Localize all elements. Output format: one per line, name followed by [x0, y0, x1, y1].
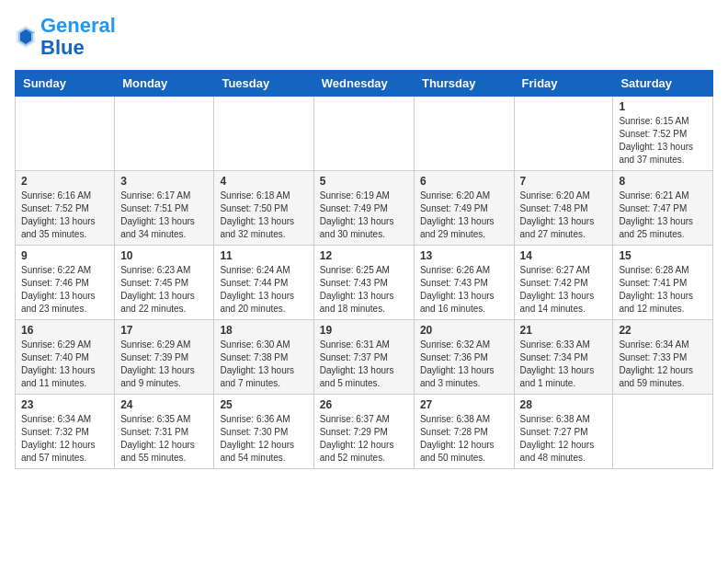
- calendar-cell: [313, 97, 414, 171]
- calendar-cell: 25Sunrise: 6:36 AM Sunset: 7:30 PM Dayli…: [214, 395, 313, 469]
- day-info: Sunrise: 6:31 AM Sunset: 7:37 PM Dayligh…: [320, 339, 408, 390]
- day-info: Sunrise: 6:38 AM Sunset: 7:27 PM Dayligh…: [520, 413, 608, 465]
- calendar-cell: 24Sunrise: 6:35 AM Sunset: 7:31 PM Dayli…: [115, 395, 214, 469]
- calendar-cell: [16, 97, 115, 171]
- day-info: Sunrise: 6:32 AM Sunset: 7:36 PM Dayligh…: [420, 339, 508, 390]
- day-info: Sunrise: 6:29 AM Sunset: 7:40 PM Dayligh…: [21, 339, 108, 390]
- day-number: 20: [420, 324, 508, 337]
- calendar-cell: 1Sunrise: 6:15 AM Sunset: 7:52 PM Daylig…: [613, 97, 713, 171]
- calendar-week-row: 16Sunrise: 6:29 AM Sunset: 7:40 PM Dayli…: [16, 320, 713, 395]
- day-info: Sunrise: 6:33 AM Sunset: 7:34 PM Dayligh…: [520, 339, 608, 390]
- day-info: Sunrise: 6:19 AM Sunset: 7:49 PM Dayligh…: [320, 190, 408, 241]
- day-info: Sunrise: 6:30 AM Sunset: 7:38 PM Dayligh…: [220, 339, 307, 390]
- calendar-week-row: 1Sunrise: 6:15 AM Sunset: 7:52 PM Daylig…: [16, 97, 713, 171]
- calendar-cell: [613, 395, 713, 469]
- calendar-cell: [214, 97, 313, 171]
- weekday-header-saturday: Saturday: [613, 71, 713, 97]
- day-info: Sunrise: 6:21 AM Sunset: 7:47 PM Dayligh…: [619, 190, 707, 241]
- calendar-cell: 6Sunrise: 6:20 AM Sunset: 7:49 PM Daylig…: [414, 171, 514, 246]
- calendar-cell: 15Sunrise: 6:28 AM Sunset: 7:41 PM Dayli…: [613, 246, 713, 320]
- calendar-cell: 22Sunrise: 6:34 AM Sunset: 7:33 PM Dayli…: [613, 320, 713, 395]
- calendar-cell: [414, 97, 514, 171]
- day-number: 22: [619, 324, 707, 337]
- weekday-header-monday: Monday: [115, 71, 214, 97]
- calendar-cell: 18Sunrise: 6:30 AM Sunset: 7:38 PM Dayli…: [214, 320, 313, 395]
- day-number: 25: [220, 398, 307, 411]
- calendar-cell: 7Sunrise: 6:20 AM Sunset: 7:48 PM Daylig…: [514, 171, 613, 246]
- day-info: Sunrise: 6:15 AM Sunset: 7:52 PM Dayligh…: [619, 115, 707, 167]
- day-info: Sunrise: 6:23 AM Sunset: 7:45 PM Dayligh…: [120, 264, 208, 316]
- logo-text: General Blue: [40, 15, 116, 59]
- calendar-cell: 8Sunrise: 6:21 AM Sunset: 7:47 PM Daylig…: [613, 171, 713, 246]
- weekday-header-tuesday: Tuesday: [214, 71, 313, 97]
- day-info: Sunrise: 6:16 AM Sunset: 7:52 PM Dayligh…: [21, 190, 108, 241]
- day-number: 9: [21, 249, 108, 262]
- day-info: Sunrise: 6:20 AM Sunset: 7:49 PM Dayligh…: [420, 190, 508, 241]
- day-number: 8: [619, 175, 707, 188]
- day-number: 12: [320, 249, 408, 262]
- calendar-cell: [514, 97, 613, 171]
- day-info: Sunrise: 6:34 AM Sunset: 7:32 PM Dayligh…: [21, 413, 108, 465]
- day-number: 3: [120, 175, 208, 188]
- day-info: Sunrise: 6:20 AM Sunset: 7:48 PM Dayligh…: [520, 190, 608, 241]
- day-number: 7: [520, 175, 608, 188]
- weekday-header-friday: Friday: [514, 71, 613, 97]
- day-number: 19: [320, 324, 408, 337]
- day-info: Sunrise: 6:38 AM Sunset: 7:28 PM Dayligh…: [420, 413, 508, 465]
- day-number: 24: [120, 398, 208, 411]
- calendar-cell: 3Sunrise: 6:17 AM Sunset: 7:51 PM Daylig…: [115, 171, 214, 246]
- calendar-cell: 10Sunrise: 6:23 AM Sunset: 7:45 PM Dayli…: [115, 246, 214, 320]
- calendar-cell: 28Sunrise: 6:38 AM Sunset: 7:27 PM Dayli…: [514, 395, 613, 469]
- day-number: 11: [220, 249, 307, 262]
- calendar-cell: 13Sunrise: 6:26 AM Sunset: 7:43 PM Dayli…: [414, 246, 514, 320]
- day-number: 13: [420, 249, 508, 262]
- calendar-cell: 14Sunrise: 6:27 AM Sunset: 7:42 PM Dayli…: [514, 246, 613, 320]
- day-number: 27: [420, 398, 508, 411]
- calendar-cell: 2Sunrise: 6:16 AM Sunset: 7:52 PM Daylig…: [16, 171, 115, 246]
- day-info: Sunrise: 6:18 AM Sunset: 7:50 PM Dayligh…: [220, 190, 307, 241]
- calendar-cell: 21Sunrise: 6:33 AM Sunset: 7:34 PM Dayli…: [514, 320, 613, 395]
- day-number: 18: [220, 324, 307, 337]
- weekday-header-row: SundayMondayTuesdayWednesdayThursdayFrid…: [16, 71, 713, 97]
- calendar-cell: 19Sunrise: 6:31 AM Sunset: 7:37 PM Dayli…: [313, 320, 414, 395]
- calendar-week-row: 9Sunrise: 6:22 AM Sunset: 7:46 PM Daylig…: [16, 246, 713, 320]
- day-number: 28: [520, 398, 608, 411]
- calendar-cell: 17Sunrise: 6:29 AM Sunset: 7:39 PM Dayli…: [115, 320, 214, 395]
- day-number: 14: [520, 249, 608, 262]
- calendar-cell: 23Sunrise: 6:34 AM Sunset: 7:32 PM Dayli…: [16, 395, 115, 469]
- day-number: 16: [21, 324, 108, 337]
- calendar-week-row: 23Sunrise: 6:34 AM Sunset: 7:32 PM Dayli…: [16, 395, 713, 469]
- day-info: Sunrise: 6:34 AM Sunset: 7:33 PM Dayligh…: [619, 339, 707, 390]
- day-info: Sunrise: 6:24 AM Sunset: 7:44 PM Dayligh…: [220, 264, 307, 316]
- calendar-week-row: 2Sunrise: 6:16 AM Sunset: 7:52 PM Daylig…: [16, 171, 713, 246]
- calendar-cell: 26Sunrise: 6:37 AM Sunset: 7:29 PM Dayli…: [313, 395, 414, 469]
- day-number: 5: [320, 175, 408, 188]
- day-number: 1: [619, 100, 707, 113]
- calendar-cell: 4Sunrise: 6:18 AM Sunset: 7:50 PM Daylig…: [214, 171, 313, 246]
- day-number: 2: [21, 175, 108, 188]
- calendar-table: SundayMondayTuesdayWednesdayThursdayFrid…: [15, 70, 713, 469]
- day-number: 4: [220, 175, 307, 188]
- day-number: 23: [21, 398, 108, 411]
- calendar-cell: 11Sunrise: 6:24 AM Sunset: 7:44 PM Dayli…: [214, 246, 313, 320]
- day-info: Sunrise: 6:28 AM Sunset: 7:41 PM Dayligh…: [619, 264, 707, 316]
- day-info: Sunrise: 6:35 AM Sunset: 7:31 PM Dayligh…: [120, 413, 208, 465]
- day-number: 15: [619, 249, 707, 262]
- calendar-cell: [115, 97, 214, 171]
- day-info: Sunrise: 6:25 AM Sunset: 7:43 PM Dayligh…: [320, 264, 408, 316]
- calendar-cell: 9Sunrise: 6:22 AM Sunset: 7:46 PM Daylig…: [16, 246, 115, 320]
- calendar-cell: 20Sunrise: 6:32 AM Sunset: 7:36 PM Dayli…: [414, 320, 514, 395]
- day-info: Sunrise: 6:17 AM Sunset: 7:51 PM Dayligh…: [120, 190, 208, 241]
- logo-icon: [15, 24, 37, 50]
- calendar-cell: 5Sunrise: 6:19 AM Sunset: 7:49 PM Daylig…: [313, 171, 414, 246]
- calendar-cell: 16Sunrise: 6:29 AM Sunset: 7:40 PM Dayli…: [16, 320, 115, 395]
- day-info: Sunrise: 6:29 AM Sunset: 7:39 PM Dayligh…: [120, 339, 208, 390]
- day-info: Sunrise: 6:26 AM Sunset: 7:43 PM Dayligh…: [420, 264, 508, 316]
- day-info: Sunrise: 6:36 AM Sunset: 7:30 PM Dayligh…: [220, 413, 307, 465]
- day-number: 10: [120, 249, 208, 262]
- day-number: 6: [420, 175, 508, 188]
- logo: General Blue: [15, 15, 116, 59]
- weekday-header-sunday: Sunday: [16, 71, 115, 97]
- day-info: Sunrise: 6:27 AM Sunset: 7:42 PM Dayligh…: [520, 264, 608, 316]
- day-number: 26: [320, 398, 408, 411]
